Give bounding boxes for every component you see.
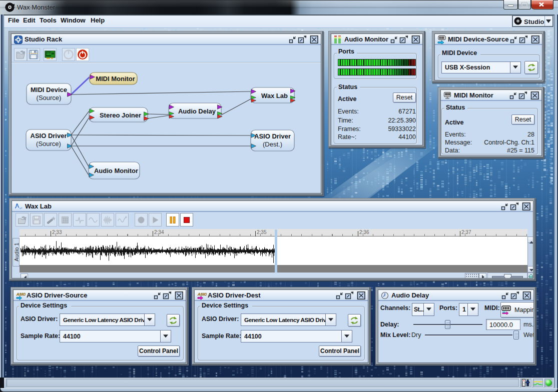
svg-text:Stereo Joiner: Stereo Joiner [100, 112, 141, 119]
svg-text:ASIO: ASIO [16, 292, 26, 296]
svg-text:MIDI Monitor: MIDI Monitor [96, 75, 135, 82]
svg-text:ASIO Driver: ASIO Driver [254, 132, 291, 140]
svg-text:Audio Delay: Audio Delay [178, 108, 216, 115]
svg-text:ASIO Driver: ASIO Driver [31, 132, 67, 140]
svg-text:(Dest.): (Dest.) [263, 140, 282, 148]
svg-text:Audio Monitor: Audio Monitor [94, 167, 138, 174]
svg-text:MIDI Device: MIDI Device [31, 86, 67, 94]
svg-text:Wax Lab: Wax Lab [261, 92, 288, 100]
svg-text:(Source): (Source) [36, 140, 61, 148]
svg-text:(Source): (Source) [37, 94, 62, 102]
svg-text:ASIO: ASIO [197, 292, 207, 296]
